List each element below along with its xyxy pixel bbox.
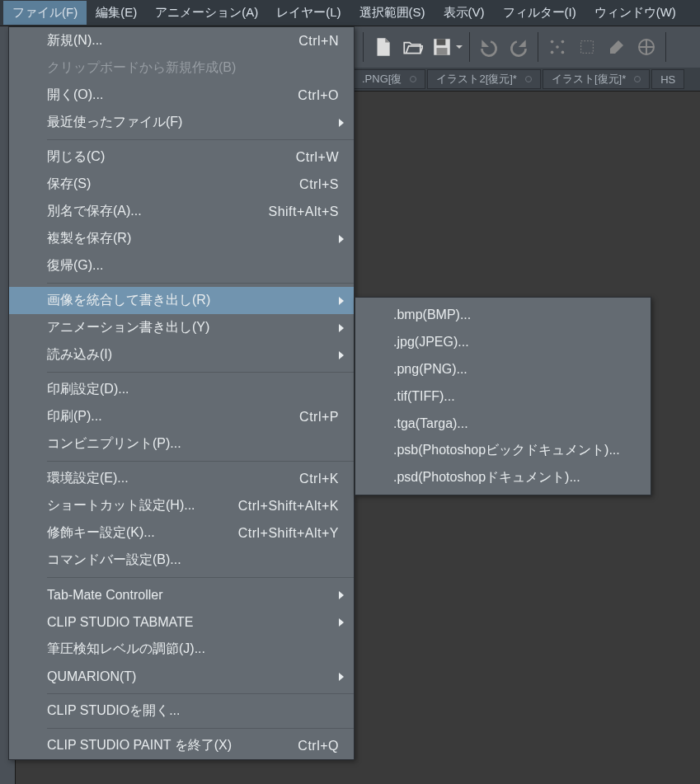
chevron-right-icon	[339, 119, 344, 127]
perspective-icon[interactable]	[632, 33, 660, 61]
close-icon[interactable]	[410, 76, 416, 82]
submenu-item[interactable]: .bmp(BMP)...	[355, 301, 651, 328]
menubar-item[interactable]: ファイル(F)	[3, 1, 87, 25]
ruler-snap-icon[interactable]	[573, 33, 601, 61]
save-icon[interactable]	[428, 33, 456, 61]
document-tab[interactable]: .PNG[復	[353, 69, 425, 89]
menu-item[interactable]: コンビニプリント(P)...	[9, 430, 354, 458]
menu-item[interactable]: コマンドバー設定(B)...	[9, 547, 354, 574]
menubar-item[interactable]: 選択範囲(S)	[350, 1, 435, 25]
submenu-item[interactable]: .psd(Photoshopドキュメント)...	[355, 464, 651, 491]
submenu-item-label: .tif(TIFF)...	[393, 389, 455, 404]
document-tab[interactable]: イラスト[復元]*	[543, 69, 650, 89]
menu-item[interactable]: 開く(O)...Ctrl+O	[9, 82, 354, 109]
menu-item[interactable]: 印刷設定(D)...	[9, 376, 354, 403]
menu-item[interactable]: 新規(N)...Ctrl+N	[9, 27, 354, 54]
menu-item-label: 開く(O)...	[47, 87, 103, 104]
chevron-right-icon	[339, 297, 344, 305]
submenu-item[interactable]: .jpg(JPEG)...	[355, 328, 651, 355]
menu-item-label: 別名で保存(A)...	[47, 203, 142, 220]
menu-item[interactable]: 最近使ったファイル(F)	[9, 109, 354, 136]
document-tab[interactable]: HS	[651, 69, 684, 89]
menu-item[interactable]: 筆圧検知レベルの調節(J)...	[9, 636, 354, 663]
menu-item-label: クリップボードから新規作成(B)	[47, 59, 236, 77]
menu-separator	[47, 461, 354, 462]
submenu-item-label: .jpg(JPEG)...	[393, 335, 469, 350]
menu-item[interactable]: 読み込み(I)	[9, 341, 354, 369]
undo-icon[interactable]	[475, 33, 503, 61]
separator	[665, 32, 666, 62]
menu-item[interactable]: CLIP STUDIO PAINT を終了(X)Ctrl+Q	[9, 732, 354, 759]
snap-icon[interactable]	[543, 33, 571, 61]
menu-item[interactable]: 修飾キー設定(K)...Ctrl+Shift+Alt+Y	[9, 519, 354, 547]
menu-separator	[47, 693, 354, 694]
menu-item[interactable]: ショートカット設定(H)...Ctrl+Shift+Alt+K	[9, 492, 354, 519]
menu-item-label: CLIP STUDIO PAINT を終了(X)	[47, 737, 232, 754]
menubar-item[interactable]: ウィンドウ(W)	[585, 1, 685, 25]
menu-shortcut: Ctrl+K	[299, 472, 339, 486]
menu-item[interactable]: Tab-Mate Controller	[9, 581, 354, 608]
menu-item[interactable]: 閉じる(C)Ctrl+W	[9, 143, 354, 171]
menu-item[interactable]: CLIP STUDIO TABMATE	[9, 608, 354, 636]
submenu-item[interactable]: .tga(Targa)...	[355, 410, 651, 437]
menubar-item[interactable]: フィルター(I)	[494, 1, 585, 25]
close-icon[interactable]	[525, 76, 532, 82]
svg-point-6	[551, 51, 554, 54]
menu-item-label: ショートカット設定(H)...	[47, 497, 195, 514]
separator	[363, 32, 364, 62]
menu-separator	[47, 139, 354, 140]
menubar-item[interactable]: レイヤー(L)	[267, 1, 350, 25]
menu-shortcut: Shift+Alt+S	[268, 204, 339, 219]
menu-item[interactable]: 保存(S)Ctrl+S	[9, 171, 354, 198]
menubar-item[interactable]: 表示(V)	[435, 1, 494, 25]
chevron-right-icon	[339, 673, 344, 681]
menu-shortcut: Ctrl+S	[299, 177, 339, 192]
close-icon[interactable]	[634, 76, 641, 82]
document-tab[interactable]: イラスト2[復元]*	[427, 69, 541, 89]
menu-item-label: CLIP STUDIOを開く...	[47, 702, 181, 720]
submenu-item[interactable]: .tif(TIFF)...	[355, 383, 651, 410]
menubar-item[interactable]: 編集(E)	[87, 1, 146, 25]
submenu-item[interactable]: .png(PNG)...	[355, 355, 651, 383]
svg-rect-2	[437, 48, 448, 55]
submenu-item[interactable]: .psb(Photoshopビックドキュメント)...	[355, 437, 651, 464]
export-submenu: .bmp(BMP)....jpg(JPEG)....png(PNG)....ti…	[355, 297, 651, 495]
svg-point-4	[561, 40, 565, 44]
menu-item[interactable]: 環境設定(E)...Ctrl+K	[9, 465, 354, 492]
menu-item[interactable]: 印刷(P)...Ctrl+P	[9, 403, 354, 430]
menu-separator	[47, 577, 354, 578]
chevron-right-icon	[339, 591, 344, 599]
svg-rect-1	[437, 39, 446, 45]
menu-item-label: 筆圧検知レベルの調節(J)...	[47, 641, 205, 658]
menu-item-label: 印刷設定(D)...	[47, 381, 129, 398]
menu-item[interactable]: CLIP STUDIOを開く...	[9, 697, 354, 725]
menu-item[interactable]: クリップボードから新規作成(B)	[9, 54, 354, 82]
menu-item-label: 画像を統合して書き出し(R)	[47, 292, 210, 309]
menu-item-label: 環境設定(E)...	[47, 470, 129, 487]
chevron-right-icon	[339, 618, 344, 627]
tab-label: イラスト2[復元]*	[436, 72, 517, 87]
menu-item-label: 印刷(P)...	[47, 408, 102, 425]
eraser-icon[interactable]	[603, 33, 631, 61]
menu-item-label: 新規(N)...	[47, 32, 103, 49]
menu-item-label: Tab-Mate Controller	[47, 588, 163, 603]
open-folder-icon[interactable]	[398, 33, 426, 61]
menu-item[interactable]: 別名で保存(A)...Shift+Alt+S	[9, 198, 354, 225]
redo-icon[interactable]	[505, 33, 533, 61]
menubar-item[interactable]: アニメーション(A)	[146, 1, 267, 25]
file-menu-dropdown: 新規(N)...Ctrl+Nクリップボードから新規作成(B)開く(O)...Ct…	[8, 26, 355, 760]
svg-rect-8	[581, 41, 594, 54]
menu-item[interactable]: 復帰(G)...	[9, 252, 354, 279]
menu-item[interactable]: 画像を統合して書き出し(R)	[9, 287, 354, 314]
chevron-right-icon	[339, 351, 344, 359]
new-file-icon[interactable]	[369, 33, 397, 61]
save-dropdown[interactable]	[428, 33, 464, 61]
menu-item[interactable]: QUMARION(T)	[9, 663, 354, 690]
svg-point-5	[556, 45, 559, 49]
menu-item[interactable]: アニメーション書き出し(Y)	[9, 314, 354, 341]
menu-separator	[47, 283, 354, 284]
menu-item-label: 最近使ったファイル(F)	[47, 114, 182, 131]
menu-item[interactable]: 複製を保存(R)	[9, 225, 354, 252]
chevron-right-icon	[339, 324, 344, 332]
separator	[538, 32, 538, 62]
